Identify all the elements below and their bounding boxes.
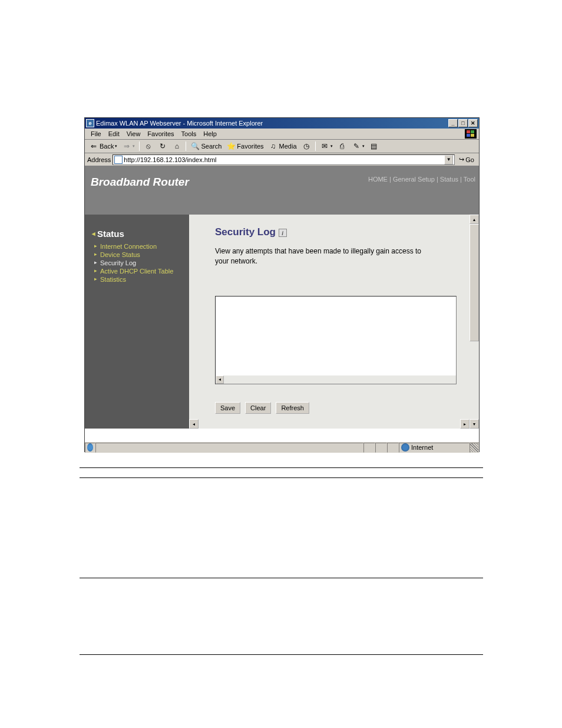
clear-button[interactable]: Clear <box>245 402 271 414</box>
document-rule <box>80 477 483 478</box>
scroll-up-button[interactable]: ▴ <box>470 215 479 224</box>
status-icon-cell <box>85 443 95 453</box>
edit-button[interactable]: ✎▾ <box>350 141 366 151</box>
document-rule <box>80 578 483 578</box>
scroll-track[interactable] <box>199 419 460 429</box>
sidebar: Status Internet Connection Device Status… <box>85 215 189 429</box>
save-button[interactable]: Save <box>215 402 240 414</box>
scroll-left-button[interactable]: ◂ <box>216 375 224 384</box>
log-scrollbar-horizontal[interactable]: ◂ <box>216 375 456 384</box>
menu-file[interactable]: File <box>87 129 105 139</box>
sidebar-item-statistics[interactable]: Statistics <box>92 275 183 284</box>
refresh-log-button[interactable]: Refresh <box>276 402 309 414</box>
stop-icon: ⦸ <box>144 141 153 151</box>
window-title: Edimax WLAN AP Webserver - Microsoft Int… <box>96 120 448 127</box>
forward-button[interactable]: ⇒ ▾ <box>120 141 137 151</box>
media-label: Media <box>279 143 297 150</box>
status-message <box>95 443 363 453</box>
print-button[interactable]: ⎙ <box>336 141 349 151</box>
ie-status-icon <box>87 443 93 452</box>
action-buttons: Save Clear Refresh <box>215 402 461 414</box>
status-cell <box>387 443 399 453</box>
refresh-button[interactable]: ↻ <box>156 141 169 151</box>
home-icon: ⌂ <box>172 141 181 151</box>
document-rule <box>80 467 483 468</box>
globe-icon <box>401 443 409 452</box>
sidebar-item-security-log[interactable]: Security Log <box>92 259 183 267</box>
router-brand: Broadband Router <box>91 176 189 189</box>
svg-rect-3 <box>471 134 474 137</box>
scroll-right-button[interactable]: ▸ <box>460 419 470 429</box>
address-dropdown-button[interactable]: ▼ <box>444 155 453 164</box>
dropdown-icon: ▾ <box>133 144 135 149</box>
menu-edit[interactable]: Edit <box>105 129 123 139</box>
log-textarea[interactable]: ◂ <box>215 296 457 384</box>
back-label: Back <box>100 143 114 150</box>
page-description: View any attempts that have been made to… <box>215 246 433 266</box>
window-controls: _ □ ✕ <box>448 119 478 127</box>
help-icon[interactable]: i <box>279 229 287 237</box>
svg-rect-2 <box>467 134 470 137</box>
svg-rect-1 <box>471 130 474 133</box>
menu-tools[interactable]: Tools <box>178 129 200 139</box>
search-button[interactable]: 🔍 Search <box>189 141 223 151</box>
address-input-wrap: ▼ <box>113 154 455 165</box>
nav-tool[interactable]: Tool <box>464 176 475 183</box>
close-button[interactable]: ✕ <box>468 119 478 127</box>
menu-favorites[interactable]: Favorites <box>144 129 177 139</box>
discuss-button[interactable]: ▤ <box>368 141 381 151</box>
address-input[interactable] <box>124 156 444 163</box>
scroll-left-button[interactable]: ◂ <box>189 419 199 429</box>
scroll-track[interactable] <box>224 375 456 384</box>
page-icon <box>114 156 123 164</box>
toolbar-separator <box>186 141 186 151</box>
search-icon: 🔍 <box>190 141 200 151</box>
maximize-button[interactable]: □ <box>458 119 468 127</box>
stop-button[interactable]: ⦸ <box>142 141 155 151</box>
document-rule <box>80 654 483 655</box>
menu-view[interactable]: View <box>123 129 144 139</box>
scroll-track[interactable] <box>470 224 479 419</box>
titlebar: e Edimax WLAN AP Webserver - Microsoft I… <box>85 118 479 129</box>
zone-label: Internet <box>411 444 433 451</box>
back-button[interactable]: ⇐ Back ▾ <box>87 141 119 151</box>
resize-grip[interactable] <box>470 443 479 453</box>
status-cell <box>375 443 387 453</box>
scrollbar-horizontal[interactable]: ◂ ▸ <box>189 419 470 429</box>
refresh-icon: ↻ <box>158 141 167 151</box>
browser-window: e Edimax WLAN AP Webserver - Microsoft I… <box>84 117 480 452</box>
history-button[interactable]: ◷ <box>300 141 313 151</box>
search-label: Search <box>201 143 222 150</box>
addressbar: Address ▼ ↪ Go <box>85 153 479 166</box>
go-button[interactable]: ↪ Go <box>457 156 477 163</box>
windows-logo-icon <box>465 129 477 139</box>
go-icon: ↪ <box>459 156 464 163</box>
scroll-thumb[interactable] <box>470 224 479 341</box>
scrollbar-vertical[interactable]: ▴ ▾ <box>470 215 479 429</box>
favorites-label: Favorites <box>237 143 263 150</box>
sidebar-item-device-status[interactable]: Device Status <box>92 251 183 259</box>
page-heading: Security Log i <box>215 226 461 238</box>
media-button[interactable]: ♫ Media <box>267 141 299 151</box>
home-button[interactable]: ⌂ <box>170 141 183 151</box>
address-label: Address <box>87 156 111 163</box>
nav-general[interactable]: General Setup <box>393 176 435 183</box>
scroll-down-button[interactable]: ▾ <box>470 419 479 429</box>
router-header: Broadband Router HOME | General Setup | … <box>85 166 479 215</box>
nav-home[interactable]: HOME <box>368 176 388 183</box>
favorites-icon: ⭐ <box>226 141 236 151</box>
history-icon: ◷ <box>302 141 311 151</box>
nav-status[interactable]: Status <box>440 176 458 183</box>
forward-arrow-icon: ⇒ <box>122 141 131 151</box>
security-zone: Internet <box>399 443 470 453</box>
mail-button[interactable]: ✉▾ <box>318 141 335 151</box>
minimize-button[interactable]: _ <box>448 119 458 127</box>
main-content: Security Log i View any attempts that ha… <box>189 215 479 420</box>
main-panel: Security Log i View any attempts that ha… <box>189 215 479 429</box>
toolbar: ⇐ Back ▾ ⇒ ▾ ⦸ ↻ ⌂ 🔍 Search ⭐ Favorites … <box>85 140 479 153</box>
menu-help[interactable]: Help <box>200 129 220 139</box>
sidebar-item-dhcp-client-table[interactable]: Active DHCP Client Table <box>92 267 183 275</box>
statusbar: Internet <box>85 442 479 453</box>
sidebar-item-internet-connection[interactable]: Internet Connection <box>92 242 183 251</box>
favorites-button[interactable]: ⭐ Favorites <box>224 141 265 151</box>
